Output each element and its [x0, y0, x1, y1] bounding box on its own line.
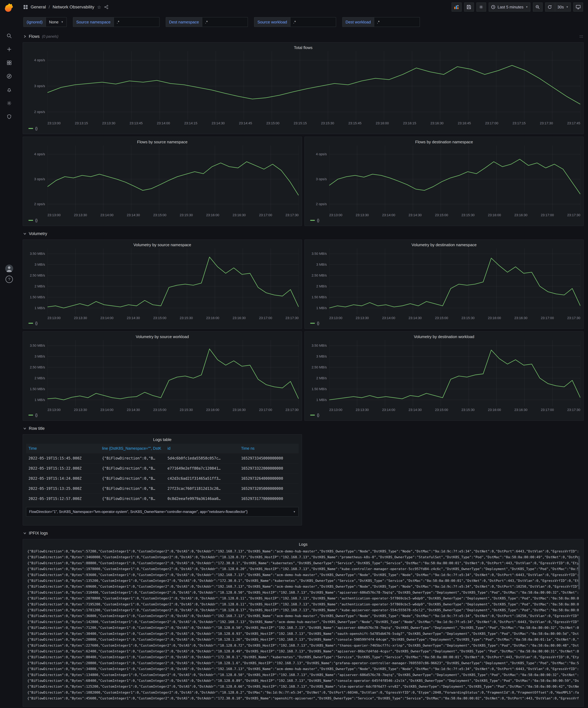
legend-label[interactable]: {}	[35, 218, 37, 223]
time-range-picker[interactable]: Last 5 minutes ▼	[489, 2, 530, 12]
x-tick-label: 23:15:30	[462, 213, 475, 217]
time-series-plot[interactable]	[329, 340, 580, 406]
log-line[interactable]: {"BiFlowDirection":0,"Bytes":1978000,"Cu…	[27, 566, 579, 572]
sidebar-create-button[interactable]	[2, 43, 16, 55]
table-header-row: Timeline {DstK8S_Namespace="", DstKidTim…	[26, 444, 299, 453]
chart-area: 2 ops/s3 ops/s4 ops/s 23:13:0023:13:3023…	[308, 145, 580, 217]
chevron-right-icon	[23, 35, 26, 38]
log-line[interactable]: {"BiFlowDirection":0,"Bytes":36800,"Cust…	[27, 613, 579, 619]
page-title[interactable]: Network Observability	[53, 5, 94, 9]
source-workload-input[interactable]	[290, 17, 336, 27]
logs-content: {"BiFlowDirection":0,"Bytes":57200,"Cust…	[26, 548, 580, 704]
time-series-plot[interactable]	[48, 248, 299, 315]
cycle-view-button[interactable]	[573, 2, 583, 12]
sidebar-alerting-button[interactable]	[2, 84, 16, 95]
panel-title[interactable]: Total flows	[26, 44, 580, 51]
add-panel-button[interactable]	[451, 2, 462, 12]
panel-title[interactable]: Flows by destination namespace	[308, 139, 580, 145]
panel-title[interactable]: Volumetry by source namespace	[26, 241, 299, 248]
breadcrumb-folder[interactable]: General	[31, 5, 46, 9]
panel-title[interactable]: Flows by source namespace	[26, 139, 299, 145]
log-line[interactable]: {"BiFlowDirection":0,"Bytes":30400,"Cust…	[27, 631, 579, 637]
x-tick-label: 23:14:00	[382, 213, 395, 217]
x-tick-label: 23:16:30	[514, 213, 528, 217]
filter-dest-workload: Dest workload	[342, 17, 420, 27]
grafana-logo[interactable]	[0, 0, 18, 16]
log-line[interactable]: {"BiFlowDirection":0,"Bytes":134800,"Cus…	[27, 672, 579, 678]
table-column-header[interactable]: Time ns	[239, 444, 299, 453]
sidebar-dashboards-button[interactable]	[2, 57, 16, 68]
logs-filter-select[interactable]: FlowDirection="1", SrcK8S_Namespace="lvm…	[26, 507, 299, 517]
table-column-header[interactable]: line {DstK8S_Namespace="", DstK	[100, 444, 165, 453]
drag-handle-icon[interactable]	[580, 35, 583, 38]
sidebar-server-admin-button[interactable]	[2, 111, 16, 122]
y-axis: 1 MB/s1.50 MB/s2 MB/s2.50 MB/s3 MB/s3.50…	[308, 340, 327, 406]
variable-value-dropdown[interactable]: None ▼	[46, 17, 67, 27]
log-line[interactable]: {"BiFlowDirection":0,"Bytes":69600,"Cust…	[27, 584, 579, 589]
log-line[interactable]: {"BiFlowDirection":0,"Bytes":68400,"Cust…	[27, 678, 579, 684]
zoom-out-button[interactable]	[533, 2, 543, 12]
log-line[interactable]: {"BiFlowDirection":0,"Bytes":20800,"Cust…	[27, 660, 579, 666]
table-column-header[interactable]: id	[165, 444, 239, 453]
help-icon[interactable]: ?	[5, 275, 13, 283]
panel-title[interactable]: Logs table	[26, 436, 299, 443]
sidebar-explore-button[interactable]	[2, 70, 16, 82]
table-cell: 2022-05-19T15:15:22.000Z	[26, 463, 100, 473]
legend-label[interactable]: {}	[35, 126, 37, 130]
panel-title[interactable]: Logs	[26, 541, 580, 548]
log-line[interactable]: {"BiFlowDirection":0,"Bytes":227600,"Cus…	[27, 643, 579, 648]
panel-title[interactable]: Volumetry by destination namespace	[308, 241, 580, 248]
time-series-plot[interactable]	[48, 51, 580, 120]
panel-title[interactable]: Volumetry by destination workload	[308, 333, 580, 340]
legend-label[interactable]: {}	[35, 413, 37, 417]
time-series-plot[interactable]	[48, 340, 299, 406]
log-line[interactable]: {"BiFlowDirection":0,"Bytes":142800,"Cus…	[27, 619, 579, 625]
share-icon[interactable]	[104, 5, 109, 9]
refresh-interval-dropdown[interactable]: 30s ▼	[555, 2, 571, 12]
row-header-volumetry[interactable]: Volumetry	[23, 230, 583, 238]
log-line[interactable]: {"BiFlowDirection":0,"Bytes":2078800,"Cu…	[27, 595, 579, 601]
row-header-ipfix-logs[interactable]: IPFIX logs	[23, 529, 583, 537]
sidebar-configuration-button[interactable]	[2, 97, 16, 109]
log-line[interactable]: {"BiFlowDirection":0,"Bytes":93600,"Cust…	[27, 572, 579, 578]
log-line[interactable]: {"BiFlowDirection":0,"Bytes":62400,"Cust…	[27, 648, 579, 654]
log-line[interactable]: {"BiFlowDirection":0,"Bytes":20800,"Cust…	[27, 637, 579, 643]
user-avatar[interactable]	[5, 265, 13, 272]
sidebar-search-button[interactable]	[2, 30, 16, 42]
star-icon[interactable]: ☆	[97, 4, 101, 10]
log-line[interactable]: {"BiFlowDirection":0,"Bytes":45600,"Cust…	[27, 696, 579, 701]
log-line[interactable]: {"BiFlowDirection":0,"Bytes":71200,"Cust…	[27, 625, 579, 631]
dashboard-settings-button[interactable]	[476, 2, 486, 12]
scrollbar-thumb[interactable]	[578, 556, 580, 589]
table-column-header[interactable]: Time	[26, 444, 100, 453]
legend-label[interactable]: {}	[35, 321, 37, 325]
log-line[interactable]: {"BiFlowDirection":0,"Bytes":310400,"Cus…	[27, 590, 579, 595]
y-tick-label: 3 MB/s	[35, 263, 45, 266]
save-dashboard-button[interactable]	[464, 2, 474, 12]
row-header-row-title[interactable]: Row title	[23, 424, 583, 433]
log-line[interactable]: {"BiFlowDirection":0,"Bytes":34800,"Cust…	[27, 666, 579, 672]
log-line[interactable]: {"BiFlowDirection":0,"Bytes":80400,"Cust…	[27, 654, 579, 660]
log-line[interactable]: {"BiFlowDirection":0,"Bytes":1082000,"Cu…	[27, 690, 579, 696]
logs-table: Timeline {DstK8S_Namespace="", DstKidTim…	[26, 444, 299, 504]
log-line[interactable]: {"BiFlowDirection":0,"Bytes":125200,"Cus…	[27, 684, 579, 689]
log-line[interactable]: {"BiFlowDirection":0,"Bytes":135200,"Cus…	[27, 578, 579, 584]
legend-label[interactable]: {}	[317, 321, 319, 325]
log-line[interactable]: {"BiFlowDirection":0,"Bytes":1781200,"Cu…	[27, 607, 579, 613]
log-line[interactable]: {"BiFlowDirection":0,"Bytes":7195200,"Cu…	[27, 601, 579, 607]
row-header-flows[interactable]: Flows (0 panels)	[23, 32, 583, 40]
refresh-button[interactable]	[545, 2, 555, 12]
time-series-plot[interactable]	[48, 145, 299, 212]
variable-label: Dest workload	[342, 17, 374, 27]
log-line[interactable]: {"BiFlowDirection":0,"Bytes":3460000,"Cu…	[27, 554, 579, 560]
log-line[interactable]: {"BiFlowDirection":0,"Bytes":57200,"Cust…	[27, 549, 579, 554]
log-line[interactable]: {"BiFlowDirection":0,"Bytes":88800,"Cust…	[27, 560, 579, 566]
dest-namespace-input[interactable]	[202, 17, 248, 27]
dest-workload-input[interactable]	[374, 17, 420, 27]
source-namespace-input[interactable]	[114, 17, 159, 27]
legend-label[interactable]: {}	[317, 413, 319, 417]
time-series-plot[interactable]	[329, 145, 580, 212]
panel-title[interactable]: Volumetry by source workload	[26, 333, 299, 340]
legend-label[interactable]: {}	[317, 218, 319, 223]
time-series-plot[interactable]	[329, 248, 580, 315]
